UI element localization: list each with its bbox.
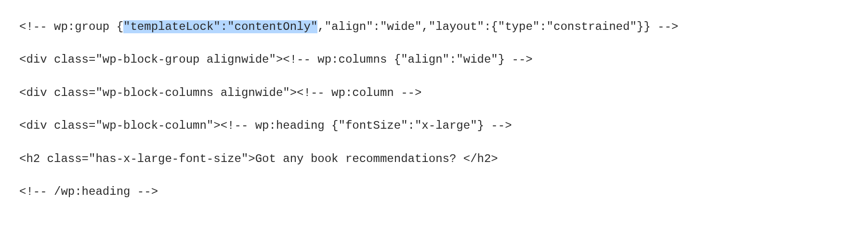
code-block[interactable]: <!-- wp:group {"templateLock":"contentOn… xyxy=(19,19,849,200)
code-line[interactable]: <div class="wp-block-group alignwide"><!… xyxy=(19,52,849,68)
code-text: <div class="wp-block-columns alignwide">… xyxy=(19,86,421,99)
highlighted-text[interactable]: "templateLock":"contentOnly" xyxy=(123,20,317,33)
code-line[interactable]: <h2 class="has-x-large-font-size">Got an… xyxy=(19,151,849,167)
code-text: <div class="wp-block-group alignwide"><!… xyxy=(19,53,533,66)
code-line[interactable]: <div class="wp-block-column"><!-- wp:hea… xyxy=(19,118,849,134)
code-line[interactable]: <!-- /wp:heading --> xyxy=(19,184,849,200)
code-line[interactable]: <div class="wp-block-columns alignwide">… xyxy=(19,85,849,101)
code-text: <h2 class="has-x-large-font-size">Got an… xyxy=(19,152,498,165)
code-line[interactable]: <!-- wp:group {"templateLock":"contentOn… xyxy=(19,19,849,35)
code-text: <!-- /wp:heading --> xyxy=(19,185,158,198)
code-text: <!-- wp:group { xyxy=(19,20,123,33)
code-text: <div class="wp-block-column"><!-- wp:hea… xyxy=(19,119,512,132)
code-text: ,"align":"wide","layout":{"type":"constr… xyxy=(317,20,678,33)
